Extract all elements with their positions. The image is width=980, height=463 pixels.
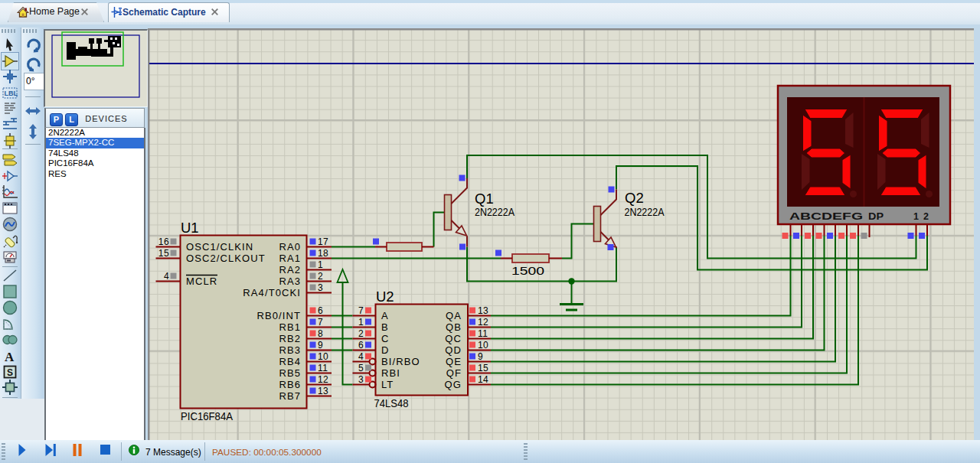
svg-text:RB1: RB1 bbox=[279, 321, 301, 333]
svg-text:RB4: RB4 bbox=[279, 356, 301, 367]
svg-text:BI/RBO: BI/RBO bbox=[381, 356, 420, 367]
svg-text:D: D bbox=[381, 344, 390, 356]
svg-text:11: 11 bbox=[318, 363, 328, 373]
svg-text:S: S bbox=[7, 367, 13, 378]
svg-text:1: 1 bbox=[318, 259, 323, 270]
svg-text:3: 3 bbox=[358, 374, 364, 385]
svg-text:74LS48: 74LS48 bbox=[374, 397, 409, 409]
svg-text:6: 6 bbox=[318, 305, 323, 316]
svg-text:14: 14 bbox=[478, 374, 488, 385]
svg-text:ABCDEFG: ABCDEFG bbox=[789, 211, 863, 222]
svg-text:7: 7 bbox=[318, 317, 323, 328]
svg-text:A: A bbox=[5, 350, 15, 364]
svg-text:3: 3 bbox=[318, 282, 323, 293]
svg-text:C: C bbox=[381, 333, 390, 344]
svg-text:LBL: LBL bbox=[5, 90, 18, 97]
svg-text:RB2: RB2 bbox=[279, 333, 301, 344]
svg-text:8: 8 bbox=[318, 328, 323, 339]
svg-text:QE: QE bbox=[446, 356, 462, 367]
svg-text:MCLR: MCLR bbox=[186, 276, 217, 287]
svg-text:U2: U2 bbox=[376, 289, 394, 305]
svg-text:QG: QG bbox=[445, 379, 462, 390]
svg-text:QF: QF bbox=[446, 367, 462, 379]
svg-text:A: A bbox=[381, 310, 389, 321]
svg-text:DP: DP bbox=[868, 211, 884, 222]
svg-text:1: 1 bbox=[358, 317, 364, 328]
svg-text:RA3: RA3 bbox=[279, 276, 301, 287]
svg-text:2N2222A: 2N2222A bbox=[625, 206, 665, 218]
svg-text:2N2222A: 2N2222A bbox=[475, 206, 514, 218]
svg-text:QA: QA bbox=[446, 310, 462, 321]
svg-text:U1: U1 bbox=[181, 220, 199, 236]
svg-text:2: 2 bbox=[318, 271, 323, 282]
svg-text:10: 10 bbox=[478, 340, 488, 351]
svg-text:RB0/INT: RB0/INT bbox=[256, 310, 301, 321]
svg-text:18: 18 bbox=[318, 248, 328, 259]
svg-text:11: 11 bbox=[478, 328, 488, 339]
svg-text:Q2: Q2 bbox=[625, 190, 644, 206]
svg-text:17: 17 bbox=[318, 236, 328, 247]
svg-text:5: 5 bbox=[358, 363, 364, 373]
svg-text:10: 10 bbox=[318, 351, 328, 362]
svg-text:RB7: RB7 bbox=[279, 390, 301, 402]
svg-text:6: 6 bbox=[358, 340, 364, 351]
svg-text:1: 1 bbox=[913, 211, 919, 222]
svg-text:4: 4 bbox=[358, 351, 364, 362]
svg-text:9: 9 bbox=[478, 351, 483, 362]
svg-text:15: 15 bbox=[478, 363, 488, 373]
svg-text:RA1: RA1 bbox=[279, 253, 301, 264]
svg-text:RB6: RB6 bbox=[279, 379, 301, 390]
svg-text:QC: QC bbox=[445, 333, 462, 344]
svg-text:RBI: RBI bbox=[381, 367, 400, 379]
svg-text:1500: 1500 bbox=[511, 265, 544, 277]
svg-text:OSC2/CLKOUT: OSC2/CLKOUT bbox=[186, 253, 266, 264]
svg-text:QD: QD bbox=[445, 344, 462, 356]
svg-text:RA2: RA2 bbox=[279, 264, 301, 276]
svg-text:RA4/T0CKI: RA4/T0CKI bbox=[243, 287, 301, 298]
svg-text:RB3: RB3 bbox=[279, 344, 301, 356]
svg-text:B: B bbox=[381, 321, 389, 333]
svg-text:4: 4 bbox=[164, 271, 169, 282]
svg-text:9: 9 bbox=[318, 340, 323, 351]
svg-text:Q1: Q1 bbox=[475, 191, 494, 207]
svg-text:12: 12 bbox=[318, 374, 328, 385]
svg-text:OSC1/CLKIN: OSC1/CLKIN bbox=[186, 241, 253, 253]
svg-text:QB: QB bbox=[446, 321, 462, 333]
svg-text:2: 2 bbox=[923, 211, 929, 222]
svg-text:13: 13 bbox=[318, 386, 328, 396]
svg-text:13: 13 bbox=[478, 305, 488, 316]
svg-text:7: 7 bbox=[358, 305, 364, 316]
svg-text:RA0: RA0 bbox=[279, 241, 301, 253]
svg-text:LT: LT bbox=[381, 379, 394, 390]
svg-text:16: 16 bbox=[158, 236, 169, 247]
svg-text:RB5: RB5 bbox=[279, 367, 301, 379]
svg-text:15: 15 bbox=[158, 248, 169, 259]
svg-text:PIC16F84A: PIC16F84A bbox=[181, 410, 233, 422]
svg-text:12: 12 bbox=[478, 317, 488, 328]
svg-text:2: 2 bbox=[358, 328, 364, 339]
